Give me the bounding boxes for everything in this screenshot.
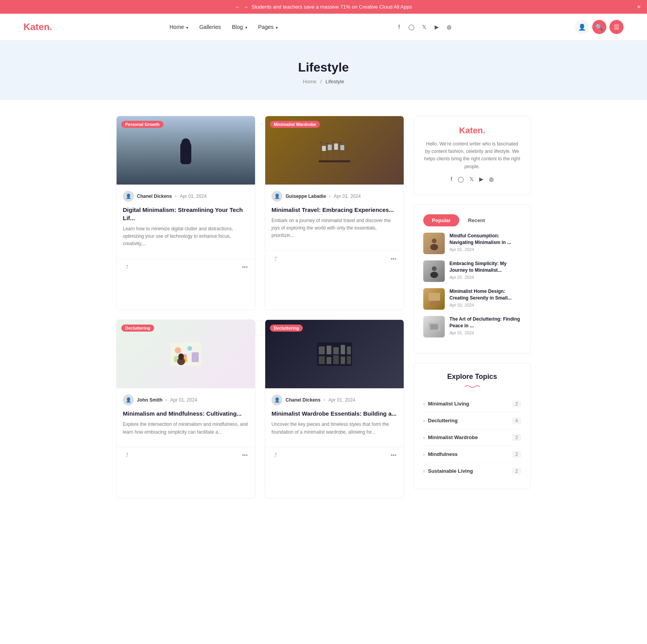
- svg-rect-29: [327, 357, 331, 364]
- svg-rect-26: [341, 345, 345, 354]
- user-button[interactable]: 👤: [575, 20, 589, 34]
- chevron-down-icon: ▾: [186, 25, 188, 30]
- sidebar-pinterest-icon[interactable]: ◍: [489, 176, 494, 182]
- share-icon-4[interactable]: ⤴: [271, 451, 279, 459]
- card-title-4[interactable]: Minimalist Wardrobe Essentials: Building…: [271, 409, 397, 418]
- breadcrumb-home[interactable]: Home: [303, 79, 316, 84]
- menu-button[interactable]: ☰: [609, 20, 624, 34]
- sidebar-post-title-2[interactable]: Embracing Simplicity: My Journey to Mini…: [449, 260, 521, 274]
- explore-title: Explore Topics: [423, 373, 521, 381]
- sidebar-post-date-2: Apr 01, 2024: [449, 275, 521, 280]
- popular-posts-list: Mindful Consumption: Navigating Minimali…: [423, 233, 521, 337]
- twitter-x-icon[interactable]: 𝕏: [420, 23, 428, 31]
- sidebar-brand-name: Katen.: [423, 126, 521, 136]
- sidebar-twitter-x-icon[interactable]: 𝕏: [469, 176, 474, 182]
- card-meta-4: 👤 Chanel Dickens Apr 01, 2024: [271, 395, 397, 405]
- meta-author-3: John Smith: [137, 397, 162, 403]
- card-tag-3: Decluttering: [121, 325, 154, 332]
- more-icon-2[interactable]: •••: [390, 255, 397, 263]
- card-title-1[interactable]: Digital Minimalism: Streamlining Your Te…: [123, 206, 249, 222]
- pinterest-icon[interactable]: ◍: [445, 23, 453, 31]
- meta-date-3: Apr 01, 2024: [170, 397, 197, 403]
- topic-arrow-2: ›: [423, 418, 425, 423]
- svg-point-33: [432, 239, 437, 243]
- topic-arrow-4: ›: [423, 452, 425, 457]
- page-hero: Lifestyle Home / Lifestyle: [0, 41, 647, 100]
- meta-date-4: Apr 01, 2024: [328, 397, 355, 403]
- arrow-right-icon: →: [243, 4, 248, 10]
- topic-row-4[interactable]: › Mindfulness 2: [423, 446, 521, 463]
- svg-rect-4: [333, 142, 334, 160]
- topic-row-2[interactable]: › Decluttering 4: [423, 413, 521, 429]
- svg-rect-23: [319, 346, 325, 354]
- site-header: Katen. Home ▾ Galleries Blog ▾ Pages ▾ f…: [0, 14, 647, 41]
- sidebar-post-img-3: [423, 288, 445, 310]
- search-button[interactable]: 🔍: [592, 20, 606, 34]
- card-body-1: 👤 Chanel Dickens Apr 01, 2024 Digital Mi…: [117, 185, 255, 259]
- article-grid: Personal Growth 👤 Chanel Dickens Apr 01,…: [116, 116, 404, 499]
- sidebar-post-title-3[interactable]: Minimalist Home Design: Creating Serenit…: [449, 288, 521, 301]
- card-excerpt-2: Embark on a journey of minimalist travel…: [271, 217, 397, 240]
- svg-rect-28: [319, 356, 325, 364]
- instagram-icon[interactable]: ◯: [408, 23, 415, 31]
- sidebar-post-date-4: Apr 01, 2024: [449, 330, 521, 335]
- sidebar-facebook-icon[interactable]: f: [451, 176, 452, 182]
- more-icon-1[interactable]: •••: [241, 263, 249, 271]
- sidebar-youtube-icon[interactable]: ▶: [479, 176, 483, 182]
- header-actions: 👤 🔍 ☰: [575, 20, 624, 34]
- topic-row-3[interactable]: › Minimalist Wardrobe 2: [423, 429, 521, 446]
- card-meta-2: 👤 Guiseppe Labadie Apr 01, 2024: [271, 191, 397, 202]
- card-title-2[interactable]: Minimalist Travel: Embracing Experiences…: [271, 206, 397, 214]
- nav-item-blog[interactable]: Blog ▾: [232, 23, 247, 30]
- nav-item-galleries[interactable]: Galleries: [199, 23, 221, 30]
- topic-row-5[interactable]: › Sustainable Living 2: [423, 463, 521, 479]
- main-container: Personal Growth 👤 Chanel Dickens Apr 01,…: [108, 116, 539, 499]
- svg-rect-7: [338, 142, 341, 143]
- meta-dot-2: [329, 196, 331, 197]
- sidebar-post-title-4[interactable]: The Art of Decluttering: Finding Peace i…: [449, 316, 521, 329]
- card-image-wrap-4: Decluttering: [265, 320, 404, 388]
- topic-count-2: 4: [512, 417, 521, 424]
- sidebar-brand-card: Katen. Hello, We're content writer who i…: [413, 116, 531, 195]
- share-icon-2[interactable]: ⤴: [271, 255, 279, 263]
- svg-rect-40: [430, 324, 438, 330]
- youtube-icon[interactable]: ▶: [433, 23, 440, 31]
- nav-item-pages[interactable]: Pages ▾: [258, 23, 278, 30]
- more-icon-4[interactable]: •••: [390, 451, 397, 459]
- sidebar-instagram-icon[interactable]: ◯: [458, 176, 464, 182]
- avatar-2: 👤: [271, 191, 282, 202]
- sidebar-post-img-2: [423, 260, 445, 282]
- sidebar-post-img-1: [423, 233, 445, 254]
- svg-rect-32: [347, 356, 351, 364]
- svg-point-34: [430, 244, 438, 250]
- sidebar-post-date-3: Apr 01, 2024: [449, 303, 521, 307]
- card-footer-2: ⤴ •••: [265, 251, 404, 267]
- topic-name-1: Minimalist Living: [428, 401, 469, 407]
- svg-rect-31: [341, 357, 345, 364]
- nav-item-home[interactable]: Home ▾: [169, 23, 188, 30]
- card-title-3[interactable]: Minimalism and Mindfulness: Cultivating.…: [123, 409, 249, 418]
- card-body-4: 👤 Chanel Dickens Apr 01, 2024 Minimalist…: [265, 388, 404, 447]
- card-meta-1: 👤 Chanel Dickens Apr 01, 2024: [123, 191, 249, 202]
- sidebar-post-title-1[interactable]: Mindful Consumption: Navigating Minimali…: [449, 233, 521, 246]
- more-icon-3[interactable]: •••: [241, 451, 249, 459]
- svg-rect-2: [327, 144, 328, 160]
- meta-date-2: Apr 01, 2024: [334, 194, 361, 199]
- topic-row-1[interactable]: › Minimalist Living 2: [423, 396, 521, 413]
- facebook-icon[interactable]: f: [395, 23, 403, 31]
- site-logo[interactable]: Katen.: [23, 22, 52, 32]
- sidebar-post-2: Embracing Simplicity: My Journey to Mini…: [423, 260, 521, 282]
- sidebar-post-info-1: Mindful Consumption: Navigating Minimali…: [449, 233, 521, 252]
- svg-rect-37: [428, 293, 440, 301]
- share-icon-1[interactable]: ⤴: [123, 263, 131, 271]
- topic-name-5: Sustainable Living: [428, 468, 473, 474]
- tab-recent[interactable]: Recent: [459, 214, 493, 226]
- announcement-text: Students and teachers save a massive 71%…: [252, 4, 412, 10]
- share-icon-3[interactable]: ⤴: [123, 451, 131, 459]
- logo-text: Katen: [23, 22, 50, 32]
- topic-arrow-5: ›: [423, 468, 425, 474]
- page-title: Lifestyle: [0, 60, 647, 75]
- tab-popular[interactable]: Popular: [423, 214, 459, 226]
- announcement-close-button[interactable]: ×: [637, 4, 641, 11]
- svg-rect-10: [334, 144, 338, 150]
